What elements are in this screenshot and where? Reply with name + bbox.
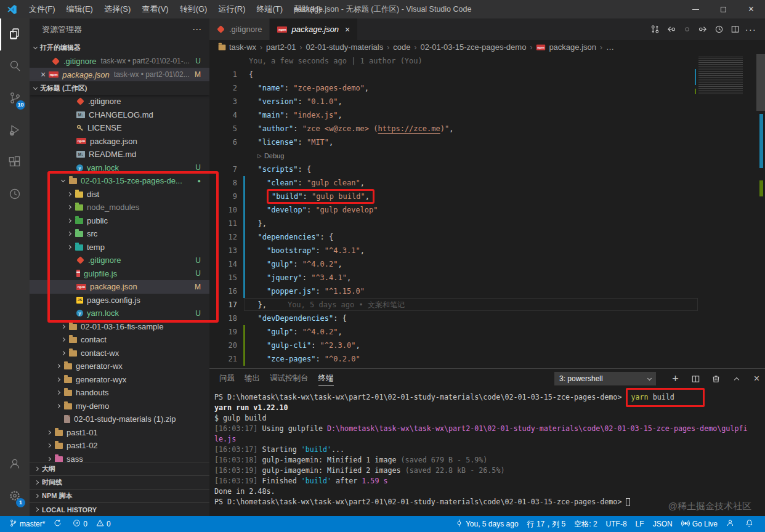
tree-item-02-01-03-15-zce-pages-de[interactable]: 02-01-03-15-zce-pages-de...● [30, 174, 209, 188]
activity-source-control[interactable]: 10 [0, 83, 30, 115]
tree-item-02-01-03-16-fis-sample[interactable]: 02-01-03-16-fis-sample [30, 320, 209, 334]
code-line-21[interactable]: 21 "zce-pages": "^0.2.0" [209, 352, 702, 366]
breadcrumb-code[interactable]: code [393, 42, 410, 52]
status-warnings[interactable]: 0 [92, 516, 115, 532]
status-notifications[interactable] [741, 516, 760, 532]
tree-item-generator-wx[interactable]: generator-wx [30, 360, 209, 373]
split-editor-icon[interactable] [727, 18, 743, 40]
menu-编辑-e[interactable]: 编辑(E) [61, 0, 99, 18]
code-line-13[interactable]: 13 "bootstrap": "^4.3.1", [209, 244, 702, 257]
code-line-5[interactable]: 5 "author": "zce <w@zce.me> (https://zce… [209, 122, 702, 135]
open-editor-package-json[interactable]: ×npmpackage.jsontask-wx • part2-01\02...… [30, 68, 209, 81]
tree-item-src[interactable]: src [30, 227, 209, 241]
tab-package-json[interactable]: npmpackage.json× [270, 18, 358, 40]
tree-item-contact-wx[interactable]: contact-wx [30, 347, 209, 360]
breadcrumb-02-01-03-15-zce-pages-demo[interactable]: 02-01-03-15-zce-pages-demo [420, 42, 526, 52]
editor-scrollbar[interactable] [756, 54, 765, 387]
tree-item-dist[interactable]: dist [30, 188, 209, 201]
menu-选择-s[interactable]: 选择(S) [99, 0, 136, 18]
status-cursor-position[interactable]: 行 17，列 5 [523, 516, 570, 532]
activity-extensions[interactable] [0, 147, 30, 179]
code-line-9[interactable]: 9 "build": "gulp build", [209, 190, 702, 203]
code-editor[interactable]: You, a few seconds ago | 1 author (You) … [209, 54, 765, 387]
file-history-icon[interactable] [711, 18, 727, 40]
split-terminal-icon[interactable] [686, 369, 706, 389]
minimap[interactable] [695, 57, 748, 95]
code-line-12[interactable]: 12 "dependencies": { [209, 230, 702, 244]
menu-文件-f[interactable]: 文件(F) [23, 0, 61, 18]
menu-运行-r[interactable]: 运行(R) [212, 0, 251, 18]
terminal-output[interactable]: PS D:\hometask\task-wx\task-wx\part2-01\… [214, 392, 763, 507]
code-line-15[interactable]: 15 "jquery": "^3.4.1", [209, 271, 702, 284]
status-go-live[interactable]: Go Live [677, 516, 722, 532]
activity-explorer[interactable] [0, 18, 30, 50]
status-sync[interactable] [49, 516, 68, 532]
panel-tab-问题[interactable]: 问题 [219, 369, 235, 389]
breadcrumb-task-wx[interactable]: task-wx [218, 42, 256, 52]
code-line-2[interactable]: 2 "name": "zce-pages-demo", [209, 81, 702, 95]
code-line-10[interactable]: 10 "develop": "gulp develop" [209, 203, 702, 217]
status-indentation[interactable]: 空格: 2 [570, 516, 601, 532]
breadcrumb-part2-01[interactable]: part2-01 [266, 42, 296, 52]
tree-item-past1-02[interactable]: past1-02 [30, 439, 209, 453]
maximize-panel-icon[interactable] [726, 369, 747, 389]
code-line-7[interactable]: 7 "scripts": { [209, 163, 702, 176]
section-npm-脚本[interactable]: NPM 脚本 [30, 489, 209, 502]
code-line-1[interactable]: 1{ [209, 68, 702, 81]
activity-gitlens[interactable] [0, 179, 30, 211]
tree-item-node-modules[interactable]: node_modules [30, 201, 209, 214]
tree-item-gulpfile-js[interactable]: gulpfile.jsU [30, 267, 209, 281]
tree-item-yarn-lock[interactable]: yyarn.lockU [30, 307, 209, 320]
open-changes-icon[interactable] [679, 18, 695, 40]
menu-终端-t[interactable]: 终端(T) [251, 0, 288, 18]
close-button[interactable]: × [737, 0, 765, 18]
tree-item-public[interactable]: public [30, 214, 209, 228]
activity-account[interactable] [0, 448, 30, 480]
code-line-4[interactable]: 4 "main": "index.js", [209, 108, 702, 122]
code-line-17[interactable]: 17 },You, 5 days ago • 文案和笔记 [209, 298, 702, 312]
tree-item-my-demo[interactable]: my-demo [30, 400, 209, 413]
status-errors[interactable]: 0 [68, 516, 92, 532]
maximize-button[interactable] [710, 0, 737, 18]
code-line-11[interactable]: 11 }, [209, 217, 702, 230]
tree-item-02-01-study-materials-1-zip[interactable]: 02-01-study-materials (1).zip [30, 413, 209, 426]
code-line-16[interactable]: 16 "popper.js": "^1.15.0" [209, 284, 702, 298]
close-tab-icon[interactable]: × [345, 25, 350, 34]
tab-gitignore[interactable]: .gitignore [209, 18, 270, 40]
code-line-3[interactable]: 3 "version": "0.1.0", [209, 95, 702, 108]
minimize-button[interactable] [682, 0, 710, 18]
breadcrumb-package-json[interactable]: npmpackage.json [536, 42, 596, 52]
open-editor-gitignore[interactable]: .gitignoretask-wx • part2-01\02-01-...U [30, 54, 209, 68]
tree-item-temp[interactable]: temp [30, 241, 209, 254]
menu-转到-g[interactable]: 转到(G) [174, 0, 213, 18]
activity-run-debug[interactable] [0, 115, 30, 147]
tree-item-handouts[interactable]: handouts [30, 386, 209, 400]
panel-tab-终端[interactable]: 终端 [318, 369, 334, 389]
status-eol[interactable]: LF [631, 516, 649, 532]
code-line-8[interactable]: 8 "clean": "gulp clean", [209, 176, 702, 190]
code-line-18[interactable]: 18 "devDependencies": { [209, 312, 702, 325]
activity-search[interactable] [0, 50, 30, 83]
breadcrumb-item[interactable]: … [606, 42, 614, 52]
workspace-header[interactable]: 无标题 (工作区) [30, 81, 209, 95]
tree-item-license[interactable]: LICENSE [30, 121, 209, 135]
activity-settings[interactable]: 1 [0, 480, 30, 512]
codelens-debug[interactable]: ▷Debug [209, 149, 702, 163]
status-feedback[interactable] [722, 516, 741, 532]
tree-item-readme-md[interactable]: M↓README.md [30, 148, 209, 161]
code-line-19[interactable]: 19 "gulp": "^4.0.2", [209, 325, 702, 339]
terminal-selector[interactable]: 3: powershell [554, 372, 656, 385]
more-actions-icon[interactable]: ··· [743, 18, 759, 40]
panel-tab-输出[interactable]: 输出 [245, 369, 260, 389]
section-local-history[interactable]: LOCAL HISTORY [30, 502, 209, 516]
tree-item-contact[interactable]: contact [30, 333, 209, 347]
tree-item-past1-01[interactable]: past1-01 [30, 426, 209, 440]
status-encoding[interactable]: UTF-8 [602, 516, 631, 532]
status-language-mode[interactable]: JSON [649, 516, 677, 532]
sidebar-more-actions-icon[interactable]: ⋯ [192, 24, 202, 35]
status-git-branch[interactable]: master* [5, 516, 49, 532]
tree-item-yarn-lock[interactable]: yyarn.lockU [30, 161, 209, 175]
code-line-6[interactable]: 6 "license": "MIT", [209, 135, 702, 149]
breadcrumb[interactable]: task-wx›part2-01›02-01-study-materials›c… [209, 40, 765, 54]
tree-item-changelog-md[interactable]: M↓CHANGELOG.md [30, 108, 209, 122]
